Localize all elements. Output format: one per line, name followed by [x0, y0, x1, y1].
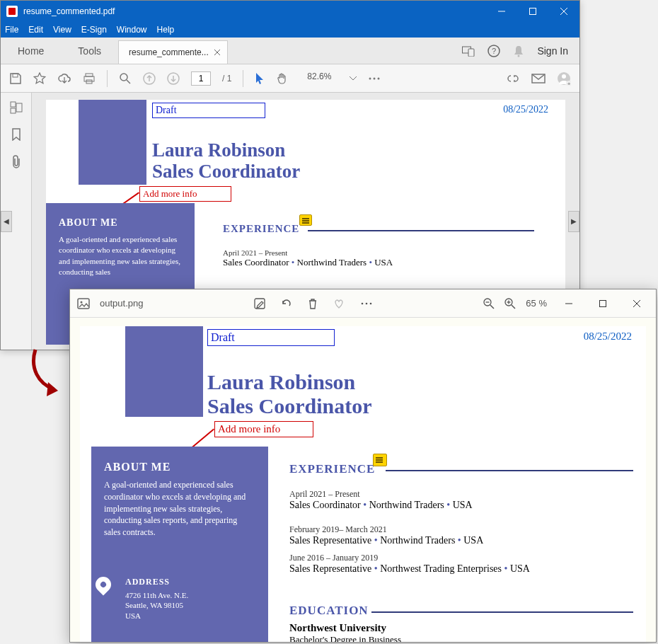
viewer-minimize-button[interactable] — [557, 293, 581, 314]
bookmark-icon[interactable] — [11, 128, 21, 141]
exp-role: Sales Coordinator — [223, 257, 289, 268]
applicant-name: Laura Robinson — [207, 370, 355, 394]
viewer-maximize-button[interactable] — [591, 293, 615, 314]
document-page-viewer: Draft 08/25/2022 Laura Robinson Sales Co… — [80, 326, 646, 642]
more-icon[interactable] — [368, 76, 381, 81]
edu-rule — [371, 611, 633, 613]
viewer-more-icon[interactable] — [360, 301, 373, 306]
menu-file[interactable]: File — [5, 25, 18, 35]
edu-entry: Northwest University Bachelor's Degree i… — [289, 622, 401, 642]
device-icon[interactable] — [462, 45, 475, 57]
minimize-button[interactable] — [486, 1, 517, 22]
comment-bubble-icon[interactable] — [299, 214, 312, 226]
edit-icon[interactable] — [254, 298, 265, 309]
applicant-role: Sales Coordinator — [152, 161, 300, 183]
viewer-close-button[interactable] — [625, 293, 649, 314]
search-icon[interactable] — [119, 72, 132, 85]
trash-icon[interactable] — [308, 298, 318, 309]
date-text: 08/25/2022 — [584, 330, 632, 343]
svg-point-20 — [374, 77, 376, 79]
viewer-filename: output.png — [100, 298, 143, 309]
tab-close-icon[interactable] — [214, 50, 220, 55]
acrobat-tabbar: Home Tools resume_commente... ? Sign In — [1, 38, 579, 64]
bell-icon[interactable] — [513, 45, 524, 57]
menu-esign[interactable]: E-Sign — [81, 25, 107, 35]
star-icon[interactable] — [33, 72, 46, 85]
svg-point-15 — [120, 74, 127, 81]
conversion-arrow-icon — [25, 347, 65, 403]
attachment-icon[interactable] — [11, 155, 21, 169]
exp-entry-1: April 2021 – Present Sales Coordinator •… — [223, 248, 393, 268]
zoom-value[interactable]: 82.6% — [300, 71, 338, 86]
link-icon[interactable] — [506, 73, 520, 84]
svg-point-35 — [370, 302, 372, 304]
cloud-icon[interactable] — [57, 73, 71, 84]
date-text: 08/25/2022 — [503, 104, 548, 115]
exp-company: Northwind Traders — [380, 535, 455, 546]
print-icon[interactable] — [83, 72, 96, 85]
section-rule — [308, 230, 534, 231]
save-icon[interactable] — [9, 72, 22, 85]
menu-edit[interactable]: Edit — [28, 25, 43, 35]
thumbnails-icon[interactable] — [10, 101, 23, 114]
draft-annotation[interactable]: Draft — [152, 103, 265, 118]
acrobat-titlebar: resume_commented.pdf — [1, 1, 579, 22]
prev-page-button[interactable]: ◀ — [1, 211, 12, 232]
svg-point-24 — [562, 74, 566, 79]
svg-rect-27 — [11, 102, 16, 107]
pointer-icon[interactable] — [255, 72, 265, 85]
tab-home[interactable]: Home — [1, 38, 61, 64]
about-title: ABOUT ME — [104, 461, 255, 473]
maximize-button[interactable] — [517, 1, 548, 22]
page-number-input[interactable] — [191, 71, 211, 86]
image-icon[interactable] — [77, 298, 90, 309]
pdf-icon — [6, 6, 18, 17]
tab-document[interactable]: resume_commente... — [118, 40, 228, 64]
comment-annotation[interactable]: Add more info — [139, 186, 231, 202]
zoom-in-icon[interactable] — [504, 298, 516, 309]
menu-window[interactable]: Window — [117, 25, 147, 35]
hand-icon[interactable] — [276, 72, 289, 85]
exp-period: April 2021 – Present — [289, 489, 473, 500]
exp-period: June 2016 – January 2019 — [289, 553, 530, 563]
zoom-out-icon[interactable] — [483, 298, 495, 309]
about-text: A goal-oriented and experienced sales co… — [104, 479, 255, 539]
exp-period: February 2019– March 2021 — [289, 524, 483, 535]
address-block: ADDRESS 4726 11th Ave. N.E. Seattle, WA … — [125, 577, 188, 621]
edu-school: Northwest University — [289, 622, 401, 634]
about-panel: ABOUT ME A goal-oriented and experienced… — [91, 447, 268, 642]
about-title: ABOUT ME — [59, 217, 182, 229]
account-icon[interactable]: + — [557, 71, 571, 86]
address-title: ADDRESS — [125, 577, 188, 587]
viewer-toolbar: output.png 65 % — [70, 289, 656, 318]
heart-icon[interactable] — [333, 299, 345, 309]
tab-tools[interactable]: Tools — [61, 38, 118, 64]
exp-loc: USA — [463, 535, 483, 546]
svg-point-34 — [366, 302, 368, 304]
menu-help[interactable]: Help — [157, 25, 175, 35]
svg-line-40 — [512, 305, 515, 309]
edu-degree: Bachelor's Degree in Business — [289, 634, 401, 642]
svg-rect-1 — [530, 8, 536, 15]
svg-point-33 — [362, 302, 364, 304]
about-text: A goal-oriented and experienced sales co… — [59, 234, 182, 278]
page-down-icon[interactable] — [167, 72, 180, 85]
address-line3: USA — [125, 611, 188, 621]
svg-line-16 — [127, 80, 130, 84]
exp-period: April 2021 – Present — [223, 248, 393, 257]
next-page-button[interactable]: ▶ — [568, 211, 579, 232]
svg-line-37 — [490, 305, 494, 309]
svg-rect-13 — [84, 76, 94, 81]
help-icon[interactable]: ? — [487, 45, 500, 57]
zoom-dropdown-icon[interactable] — [350, 76, 357, 81]
applicant-role: Sales Coordinator — [207, 394, 372, 418]
viewer-body[interactable]: Draft 08/25/2022 Laura Robinson Sales Co… — [70, 318, 656, 642]
rotate-icon[interactable] — [281, 298, 292, 309]
svg-text:+: + — [567, 81, 571, 86]
menu-view[interactable]: View — [53, 25, 71, 35]
signin-link[interactable]: Sign In — [537, 45, 568, 57]
svg-point-10 — [518, 54, 520, 57]
close-button[interactable] — [548, 1, 579, 22]
page-up-icon[interactable] — [143, 72, 156, 85]
mail-icon[interactable] — [531, 74, 546, 84]
